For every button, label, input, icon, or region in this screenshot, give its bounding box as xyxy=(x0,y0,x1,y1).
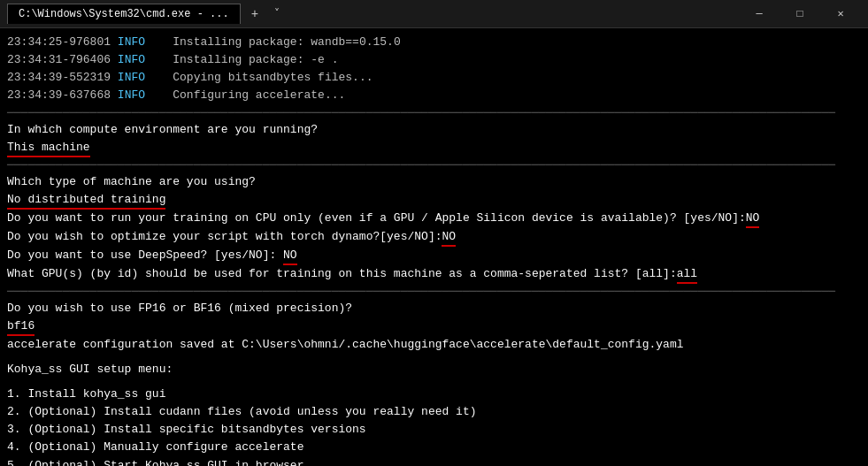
menu-item-line: 1. Install kohya_ss gui xyxy=(7,386,861,403)
divider-line: ────────────────────────────────────────… xyxy=(7,105,861,121)
menu-item-line: 4. (Optional) Manually configure acceler… xyxy=(7,439,861,456)
blank-line xyxy=(7,378,861,386)
answer-line: No distributed training xyxy=(7,191,861,210)
log-line: 23:34:25-976801 INFO Installing package:… xyxy=(7,34,861,51)
qa-line: What GPU(s) (by id) should be used for t… xyxy=(7,265,861,284)
tab-label: C:\Windows\System32\cmd.exe - ... xyxy=(19,8,229,20)
plain-line: Kohya_ss GUI setup menu: xyxy=(7,361,861,378)
terminal: 23:34:25-976801 INFO Installing package:… xyxy=(0,28,868,466)
divider-line: ────────────────────────────────────────… xyxy=(7,284,861,300)
log-line: 23:34:39-637668 INFO Configuring acceler… xyxy=(7,87,861,104)
blank-line xyxy=(7,354,861,361)
answer-line: bf16 xyxy=(7,317,861,336)
titlebar-tabs: C:\Windows\System32\cmd.exe - ... + ˅ xyxy=(7,4,285,25)
qa-line: Do you want to use DeepSpeed? [yes/NO]: … xyxy=(7,247,861,265)
log-line: 23:34:31-796406 INFO Installing package:… xyxy=(7,51,861,69)
menu-item-line: 2. (Optional) Install cudann files (avoi… xyxy=(7,403,861,421)
maximize-button[interactable]: □ xyxy=(780,0,820,28)
titlebar: C:\Windows\System32\cmd.exe - ... + ˅ — … xyxy=(0,0,868,28)
titlebar-left: C:\Windows\System32\cmd.exe - ... + ˅ xyxy=(7,4,285,25)
qa-line: Do you wish to optimize your script with… xyxy=(7,228,861,247)
menu-item-line: 5. (Optional) Start Kohya_ss GUI in brow… xyxy=(7,457,861,466)
question-line: In which compute environment are you run… xyxy=(7,121,861,139)
answer-line: This machine xyxy=(7,139,861,157)
tab-dropdown-button[interactable]: ˅ xyxy=(269,4,285,24)
menu-item-line: 3. (Optional) Install specific bitsandby… xyxy=(7,421,861,439)
tab-active[interactable]: C:\Windows\System32\cmd.exe - ... xyxy=(7,4,241,24)
question-line: Which type of machine are you using? xyxy=(7,173,861,191)
close-button[interactable]: ✕ xyxy=(820,0,861,28)
log-line: 23:34:39-552319 INFO Copying bitsandbyte… xyxy=(7,69,861,87)
divider-line: ────────────────────────────────────────… xyxy=(7,157,861,173)
new-tab-button[interactable]: + xyxy=(244,4,265,25)
window-controls: — □ ✕ xyxy=(739,0,861,28)
question-line: Do you wish to use FP16 or BF16 (mixed p… xyxy=(7,300,861,317)
minimize-button[interactable]: — xyxy=(739,0,780,28)
qa-line: Do you want to run your training on CPU … xyxy=(7,210,861,228)
plain-line: accelerate configuration saved at C:\Use… xyxy=(7,336,861,354)
